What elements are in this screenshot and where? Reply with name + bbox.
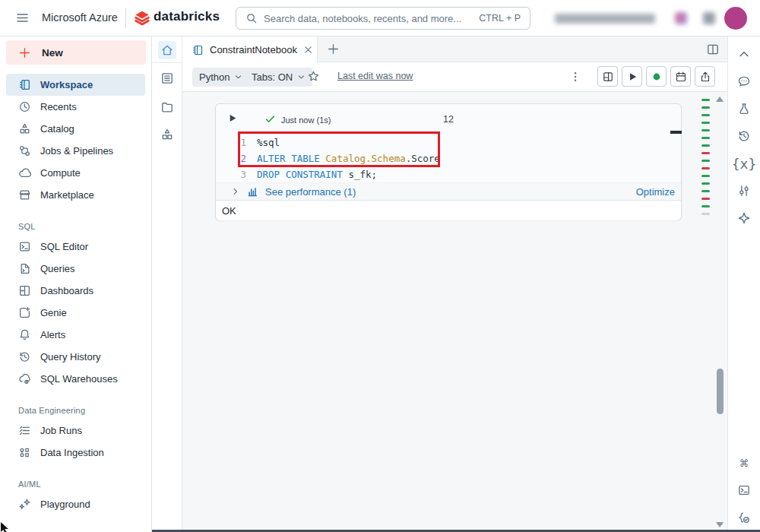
- sidebar-item-compute[interactable]: Compute: [6, 162, 145, 184]
- sidebar-item-sql-editor[interactable]: SQL Editor: [6, 236, 145, 258]
- sidebar-item-jobs-pipelines[interactable]: Jobs & Pipelines: [6, 140, 145, 162]
- language-selector[interactable]: Python: [192, 68, 249, 87]
- minimap-mark-green: [701, 122, 710, 124]
- chevron-right-icon[interactable]: [231, 187, 240, 196]
- environment-button[interactable]: [734, 181, 754, 201]
- chevron-down-icon: [297, 73, 306, 81]
- sidebar-item-label: Job Runs: [40, 425, 82, 436]
- sidebar-item-job-runs[interactable]: Job Runs: [6, 420, 145, 442]
- share-button[interactable]: [695, 66, 715, 87]
- code-validate-button[interactable]: [734, 508, 754, 527]
- bar-chart-icon: [247, 186, 258, 198]
- sidebar-item-label: SQL Warehouses: [40, 373, 118, 385]
- sidebar-item-label: Jobs & Pipelines: [40, 145, 113, 157]
- table-of-contents-icon[interactable]: [160, 71, 174, 85]
- topbar-blurred-icon-2[interactable]: [703, 12, 715, 24]
- codecheck-icon: [737, 511, 751, 524]
- cell-header: Just now (1s) 12: [216, 104, 681, 135]
- sidebar-item-playground[interactable]: Playground: [6, 493, 145, 515]
- last-edit-link[interactable]: Last edit was now: [337, 71, 413, 81]
- success-check-icon: [264, 113, 276, 125]
- scrollbar-thumb[interactable]: [717, 369, 724, 414]
- home-panel-button[interactable]: [158, 41, 176, 59]
- notebook-side-strip: [152, 36, 182, 532]
- favorite-star-icon[interactable]: [307, 70, 320, 83]
- folder-icon[interactable]: [160, 100, 174, 114]
- hamburger-menu-icon[interactable]: [15, 11, 30, 25]
- new-button[interactable]: New: [6, 40, 146, 65]
- sidebar-item-label: Compute: [40, 167, 81, 179]
- run-cell-icon[interactable]: [226, 112, 238, 124]
- terminal2-icon: [737, 483, 751, 497]
- catalog-panel-icon[interactable]: [160, 128, 174, 141]
- split-view-icon[interactable]: [706, 43, 720, 56]
- layout-icon: [602, 71, 614, 83]
- topbar-blurred-icon-1[interactable]: [675, 12, 687, 24]
- collapse-panel-button[interactable]: [734, 44, 754, 64]
- notebook-icon: [18, 78, 31, 91]
- optimize-link[interactable]: Optimize: [636, 186, 675, 198]
- checklist-icon: [18, 424, 31, 437]
- notebook-tab-bar: ConstraintNotebook: [182, 36, 727, 62]
- variables-button[interactable]: {x}: [734, 154, 754, 173]
- scrollbar-down-arrow[interactable]: [716, 522, 724, 527]
- code-line-2[interactable]: 2ALTER TABLE Catalog.Schema.Score: [216, 150, 681, 166]
- azure-label: Microsoft Azure: [42, 11, 118, 24]
- code-line-3[interactable]: 3DROP CONSTRAINT s_fk;: [216, 166, 681, 182]
- cluster-status-button[interactable]: [646, 66, 667, 87]
- sidebar-item-queries[interactable]: Queries: [6, 258, 145, 280]
- shortcuts-button[interactable]: ⌘: [734, 453, 754, 473]
- sidebar-item-recents[interactable]: Recents: [6, 96, 145, 118]
- new-tab-button[interactable]: [327, 43, 340, 55]
- search-input[interactable]: [264, 13, 473, 24]
- see-performance-link[interactable]: See performance (1): [265, 186, 356, 198]
- bell-icon: [18, 328, 31, 341]
- terminalbox-icon: [18, 240, 31, 253]
- sidebar-section-sql: SQL: [6, 206, 145, 236]
- sidebar-item-dashboards[interactable]: Dashboards: [6, 280, 145, 302]
- sidebar-item-marketplace[interactable]: Marketplace: [6, 184, 145, 206]
- sliders-icon: [737, 184, 751, 198]
- version-history-button[interactable]: [734, 126, 754, 146]
- close-tab-icon[interactable]: [303, 45, 313, 55]
- minimap-mark-green: [701, 144, 710, 147]
- scrollbar-up-arrow[interactable]: [716, 97, 724, 102]
- sidebar-item-data-ingestion[interactable]: Data Ingestion: [6, 442, 145, 464]
- workspace-name-blurred[interactable]: [555, 14, 655, 24]
- clock-icon: [18, 100, 31, 113]
- layout-button[interactable]: [597, 66, 618, 87]
- chevup-icon: [737, 47, 751, 61]
- sidebar-item-genie[interactable]: Genie: [6, 302, 145, 324]
- share-icon: [699, 71, 711, 83]
- kebab-menu-icon[interactable]: [569, 71, 581, 83]
- sidebar-item-sql-warehouses[interactable]: SQL Warehouses: [6, 368, 145, 390]
- comments-button[interactable]: [734, 71, 754, 91]
- terminal-button[interactable]: [734, 480, 754, 500]
- minimap-mark-green: [701, 160, 710, 162]
- home-icon: [160, 43, 174, 57]
- minimap-mark-green: [701, 114, 710, 116]
- experiments-button[interactable]: [734, 99, 754, 119]
- user-avatar[interactable]: [724, 7, 747, 30]
- sidebar-item-catalog[interactable]: Catalog: [6, 118, 145, 140]
- code-line-1[interactable]: 1%sql: [216, 135, 681, 150]
- global-search[interactable]: CTRL + P: [236, 7, 530, 30]
- ingestion-icon: [18, 446, 31, 459]
- schedule-button[interactable]: [670, 66, 691, 87]
- notebook-cell[interactable]: Just now (1s) 12 1%sql2ALTER TABLE Catal…: [215, 103, 682, 220]
- command-icon: ⌘: [740, 455, 749, 471]
- code-editor[interactable]: 1%sql2ALTER TABLE Catalog.Schema.Score3D…: [216, 135, 681, 182]
- cloudgear-icon: [18, 372, 31, 385]
- play-icon: [626, 71, 638, 83]
- notebook-canvas: Just now (1s) 12 1%sql2ALTER TABLE Catal…: [182, 92, 727, 530]
- tabs-setting-selector[interactable]: Tabs: ON: [245, 68, 312, 87]
- run-all-button[interactable]: [622, 66, 642, 87]
- minimap-mark-green: [701, 190, 710, 192]
- databricks-logo-icon: [134, 10, 150, 27]
- sidebar-item-workspace[interactable]: Workspace: [6, 74, 145, 96]
- sidebar-item-query-history[interactable]: Query History: [6, 346, 145, 368]
- tab-constraintnotebook[interactable]: ConstraintNotebook: [182, 36, 318, 63]
- assistant-button[interactable]: [734, 208, 754, 228]
- minimap-mark-green: [701, 137, 710, 139]
- sidebar-item-alerts[interactable]: Alerts: [6, 324, 145, 346]
